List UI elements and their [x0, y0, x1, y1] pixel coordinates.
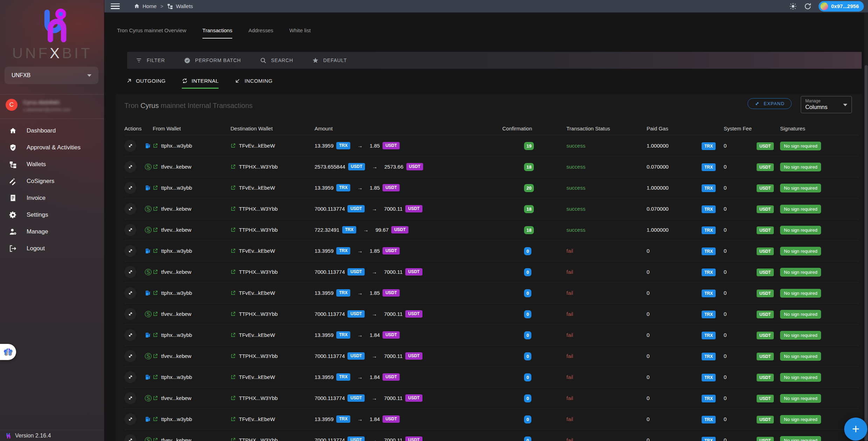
from-wallet-address[interactable]: tfvev...kebew: [161, 269, 191, 275]
expand-row-button[interactable]: [124, 308, 136, 320]
open-wallet-icon[interactable]: [153, 164, 158, 169]
sidebar-item-dashboard[interactable]: Dashboard: [0, 122, 104, 139]
open-wallet-icon[interactable]: [230, 143, 236, 148]
destination-wallet-address[interactable]: TTPHX...W3Ybb: [239, 227, 278, 233]
open-wallet-icon[interactable]: [230, 290, 236, 296]
sidebar-item-invoice[interactable]: Invoice: [0, 190, 104, 206]
destination-wallet-address[interactable]: TFvEv...kEbeW: [239, 290, 275, 296]
open-wallet-icon[interactable]: [230, 374, 236, 380]
open-wallet-icon[interactable]: [230, 269, 236, 274]
destination-wallet-address[interactable]: TTPHX...W3Ybb: [239, 395, 278, 401]
add-transaction-fab[interactable]: +: [844, 418, 867, 441]
breadcrumb-home[interactable]: Home: [134, 3, 157, 9]
sidebar-item-wallets[interactable]: Wallets: [0, 156, 104, 173]
open-wallet-icon[interactable]: [153, 374, 158, 380]
from-wallet-address[interactable]: tfvev...kebew: [161, 395, 191, 401]
destination-wallet-address[interactable]: TTPHX...W3Ybb: [239, 164, 278, 170]
from-wallet-address[interactable]: tfvev...kebew: [161, 227, 191, 233]
account-address-button[interactable]: 0x97...2956: [819, 1, 864, 12]
expand-row-button[interactable]: [124, 266, 136, 278]
destination-wallet-address[interactable]: TFvEv...kEbeW: [239, 185, 275, 191]
open-wallet-icon[interactable]: [230, 437, 236, 441]
tab-addresses[interactable]: Addresses: [248, 27, 273, 39]
from-wallet-address[interactable]: ttphx...w3ybb: [161, 416, 192, 422]
sidebar-item-manage[interactable]: Manage: [0, 223, 104, 240]
breadcrumb-wallets[interactable]: Wallets: [167, 3, 193, 9]
from-wallet-address[interactable]: tfvev...kebew: [161, 311, 191, 317]
expand-row-button[interactable]: [124, 140, 136, 152]
expand-row-button[interactable]: [124, 434, 136, 441]
destination-wallet-address[interactable]: TTPHX...W3Ybb: [239, 206, 278, 212]
ai-assistant-button[interactable]: [0, 344, 16, 360]
menu-toggle-button[interactable]: [111, 4, 120, 9]
scrollbar-thumb[interactable]: [864, 65, 868, 441]
subtab-outgoing[interactable]: OUTGOING: [126, 78, 166, 89]
tab-white-list[interactable]: White list: [289, 27, 311, 39]
open-wallet-icon[interactable]: [230, 311, 236, 317]
expand-button[interactable]: EXPAND: [748, 98, 792, 109]
from-wallet-address[interactable]: tfvev...kebew: [161, 164, 191, 170]
open-wallet-icon[interactable]: [153, 311, 158, 317]
subtab-incoming[interactable]: INCOMING: [235, 78, 273, 89]
open-wallet-icon[interactable]: [153, 185, 158, 190]
from-wallet-address[interactable]: ttphx...w3ybb: [161, 143, 192, 149]
destination-wallet-address[interactable]: TFvEv...kEbeW: [239, 416, 275, 422]
filter-button[interactable]: FILTER: [136, 57, 165, 64]
expand-row-button[interactable]: [124, 203, 136, 215]
open-wallet-icon[interactable]: [153, 290, 158, 296]
expand-row-button[interactable]: [124, 371, 136, 383]
from-wallet-address[interactable]: ttphx...w3ybb: [161, 248, 192, 254]
sidebar-item-cosigners[interactable]: CoSigners: [0, 173, 104, 190]
from-wallet-address[interactable]: ttphx...w3ybb: [161, 332, 192, 338]
sidebar-item-logout[interactable]: Logout: [0, 240, 104, 257]
perform-batch-button[interactable]: PERFORM BATCH: [184, 57, 241, 64]
from-wallet-address[interactable]: tfvev...kebew: [161, 437, 191, 441]
default-button[interactable]: DEFAULT: [312, 57, 347, 64]
open-wallet-icon[interactable]: [230, 206, 236, 211]
expand-row-button[interactable]: [124, 392, 136, 404]
open-wallet-icon[interactable]: [153, 353, 158, 359]
expand-row-button[interactable]: [124, 413, 136, 425]
destination-wallet-address[interactable]: TFvEv...kEbeW: [239, 374, 275, 380]
open-wallet-icon[interactable]: [230, 248, 236, 253]
expand-row-button[interactable]: [124, 329, 136, 341]
open-wallet-icon[interactable]: [153, 206, 158, 211]
open-wallet-icon[interactable]: [230, 416, 236, 422]
open-wallet-icon[interactable]: [153, 143, 158, 148]
tab-overview[interactable]: Tron Cyrus mainnet Overview: [117, 27, 186, 39]
destination-wallet-address[interactable]: TFvEv...kEbeW: [239, 248, 275, 254]
open-wallet-icon[interactable]: [153, 248, 158, 253]
from-wallet-address[interactable]: ttphx...w3ybb: [161, 290, 192, 296]
sidebar-item-approval-activities[interactable]: Approval & Activities: [0, 139, 104, 156]
tab-transactions[interactable]: Transactions: [202, 27, 232, 39]
subtab-internal[interactable]: INTERNAL: [182, 78, 219, 89]
workspace-select[interactable]: UNFXB: [5, 67, 98, 84]
refresh-button[interactable]: [804, 2, 812, 10]
from-wallet-address[interactable]: ttphx...w3ybb: [161, 185, 192, 191]
open-wallet-icon[interactable]: [153, 437, 158, 441]
expand-row-button[interactable]: [124, 350, 136, 362]
sidebar-item-settings[interactable]: Settings: [0, 206, 104, 223]
expand-row-button[interactable]: [124, 161, 136, 173]
destination-wallet-address[interactable]: TTPHX...W3Ybb: [239, 269, 278, 275]
open-wallet-icon[interactable]: [230, 185, 236, 190]
open-wallet-icon[interactable]: [153, 227, 158, 232]
open-wallet-icon[interactable]: [153, 269, 158, 274]
open-wallet-icon[interactable]: [230, 395, 236, 401]
open-wallet-icon[interactable]: [230, 332, 236, 338]
from-wallet-address[interactable]: ttphx...w3ybb: [161, 374, 192, 380]
destination-wallet-address[interactable]: TTPHX...W3Ybb: [239, 311, 278, 317]
expand-row-button[interactable]: [124, 224, 136, 236]
open-wallet-icon[interactable]: [230, 164, 236, 169]
open-wallet-icon[interactable]: [153, 395, 158, 401]
destination-wallet-address[interactable]: TFvEv...kEbeW: [239, 332, 275, 338]
manage-columns-select[interactable]: Manage Columns: [801, 96, 852, 113]
from-wallet-address[interactable]: tfvev...kebew: [161, 353, 191, 359]
theme-brightness-button[interactable]: [789, 2, 797, 10]
from-wallet-address[interactable]: tfvev...kebew: [161, 206, 191, 212]
search-button[interactable]: SEARCH: [260, 57, 293, 64]
destination-wallet-address[interactable]: TFvEv...kEbeW: [239, 143, 275, 149]
destination-wallet-address[interactable]: TTPHX...W3Ybb: [239, 353, 278, 359]
destination-wallet-address[interactable]: TTPHX...W3Ybb: [239, 437, 278, 441]
open-wallet-icon[interactable]: [230, 227, 236, 232]
